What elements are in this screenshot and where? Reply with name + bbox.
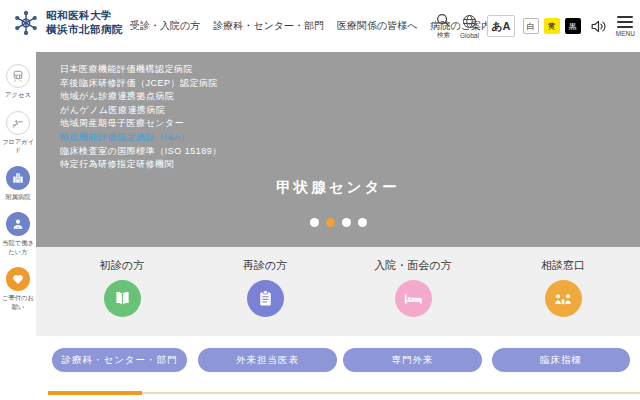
tab-divider-line: [142, 392, 640, 394]
sidebar-item-affiliated-hospitals[interactable]: 附属病院: [0, 166, 36, 202]
sidebar-label-floor-guide: フロアガイド: [0, 138, 36, 155]
heart-icon: [11, 272, 25, 286]
contrast-white-button[interactable]: 白: [523, 18, 539, 34]
global-label: Global: [460, 32, 479, 39]
certification-list: 日本医療機能評価機構認定病院 卒後臨床研修評価（JCEP）認定病院 地域がん診療…: [60, 63, 222, 172]
quicklink-hospitalization[interactable]: 入院・面会の方: [353, 258, 473, 317]
search-button[interactable]: 検索: [435, 12, 452, 40]
button-clinical-indicators[interactable]: 臨床指標: [492, 348, 630, 372]
hospital-name-line1: 昭和医科大学: [46, 9, 123, 23]
sidebar-item-donation[interactable]: ご寄付のお願い: [0, 267, 36, 311]
certification-item: 地域がん診療連携拠点病院: [60, 90, 222, 104]
font-size-button[interactable]: あA: [487, 15, 515, 37]
certification-item: 地域周産期母子医療センター: [60, 117, 222, 131]
hamburger-icon: [617, 16, 633, 28]
consultation-icon: [552, 288, 574, 310]
hospital-name: 昭和医科大学 横浜市北部病院: [46, 9, 123, 36]
sidebar-item-recruit[interactable]: 当院で働きたい方: [0, 212, 36, 256]
sidebar-item-access[interactable]: アクセス: [0, 64, 36, 100]
carousel-dots: [36, 218, 640, 227]
hero-carousel: 日本医療機能評価機構認定病院 卒後臨床研修評価（JCEP）認定病院 地域がん診療…: [36, 52, 640, 247]
menu-label: MENU: [616, 30, 635, 37]
escalator-icon: [11, 116, 25, 130]
contrast-yellow-button[interactable]: 黄: [544, 18, 560, 34]
globe-icon: [461, 13, 478, 30]
contrast-switcher: 白 黄 黒: [523, 18, 581, 34]
button-specialty-clinics[interactable]: 専門外来: [343, 348, 482, 372]
side-toolbar: アクセス フロアガイド: [0, 52, 36, 400]
contrast-black-button[interactable]: 黒: [565, 18, 581, 34]
quicklink-label: 再診の方: [243, 258, 287, 273]
sidebar-item-floor-guide[interactable]: フロアガイド: [0, 111, 36, 155]
search-label: 検索: [437, 31, 450, 40]
certification-item: 日本医療機能評価機構認定病院: [60, 63, 222, 77]
button-outpatient-schedule[interactable]: 外来担当医表: [198, 348, 337, 372]
train-icon: [11, 69, 25, 83]
speaker-icon: [589, 17, 608, 36]
menu-button[interactable]: MENU: [616, 16, 635, 37]
sidebar-label-access: アクセス: [0, 91, 36, 100]
quicklink-label: 初診の方: [100, 258, 144, 273]
quick-links-section: 初診の方 再診の方 入院・面会の方: [36, 247, 640, 336]
clipboard-icon: [255, 288, 276, 309]
sidebar-label-affiliated-hospitals: 附属病院: [0, 193, 36, 202]
hero-slide-title[interactable]: 甲状腺センター: [36, 178, 640, 197]
page: 昭和医科大学 横浜市北部病院 受診・入院の方 診療科・センター・部門 医療関係の…: [0, 0, 640, 400]
sidebar-label-recruit: 当院で働きたい方: [0, 239, 36, 256]
global-button[interactable]: Global: [460, 13, 479, 39]
certification-item: がんゲノム医療連携病院: [60, 104, 222, 118]
quicklink-first-visit[interactable]: 初診の方: [62, 258, 182, 317]
university-crest-icon: [12, 9, 40, 37]
search-icon: [435, 12, 452, 29]
carousel-dot[interactable]: [342, 218, 351, 227]
hospital-logo[interactable]: 昭和医科大学 横浜市北部病院: [12, 9, 123, 37]
button-departments[interactable]: 診療科・センター・部門: [52, 348, 187, 372]
nav-item-medical-staff[interactable]: 医療関係の皆様へ: [337, 19, 417, 33]
certification-item: 臨床検査室の国際標準（ISO 15189）: [60, 145, 222, 159]
certification-link[interactable]: 輸血機能評価認定施設（I&A）: [60, 131, 222, 145]
nav-item-patients[interactable]: 受診・入院の方: [130, 19, 200, 33]
quicklink-return-visit[interactable]: 再診の方: [205, 258, 325, 317]
nav-item-departments[interactable]: 診療科・センター・部門: [213, 19, 324, 33]
doctor-icon: [11, 217, 25, 231]
certification-item: 卒後臨床研修評価（JCEP）認定病院: [60, 77, 222, 91]
active-tab-indicator: [48, 391, 142, 395]
carousel-dot[interactable]: [326, 218, 335, 227]
header: 昭和医科大学 横浜市北部病院 受診・入院の方 診療科・センター・部門 医療関係の…: [0, 0, 640, 52]
quicklink-label: 相談窓口: [541, 258, 585, 273]
quicklink-consultation[interactable]: 相談窓口: [503, 258, 623, 317]
header-tools: 検索 Global あA 白 黄 黒: [435, 0, 635, 52]
sidebar-label-donation: ご寄付のお願い: [0, 294, 36, 311]
hospital-icon: [11, 171, 25, 185]
carousel-dot[interactable]: [310, 218, 319, 227]
certification-item: 特定行為研修指定研修機関: [60, 158, 222, 172]
bed-icon: [402, 288, 424, 310]
quicklink-label: 入院・面会の方: [374, 258, 451, 273]
beginner-book-icon: [112, 288, 133, 309]
hospital-name-line2: 横浜市北部病院: [46, 23, 123, 37]
read-aloud-button[interactable]: [589, 17, 608, 36]
carousel-dot[interactable]: [358, 218, 367, 227]
